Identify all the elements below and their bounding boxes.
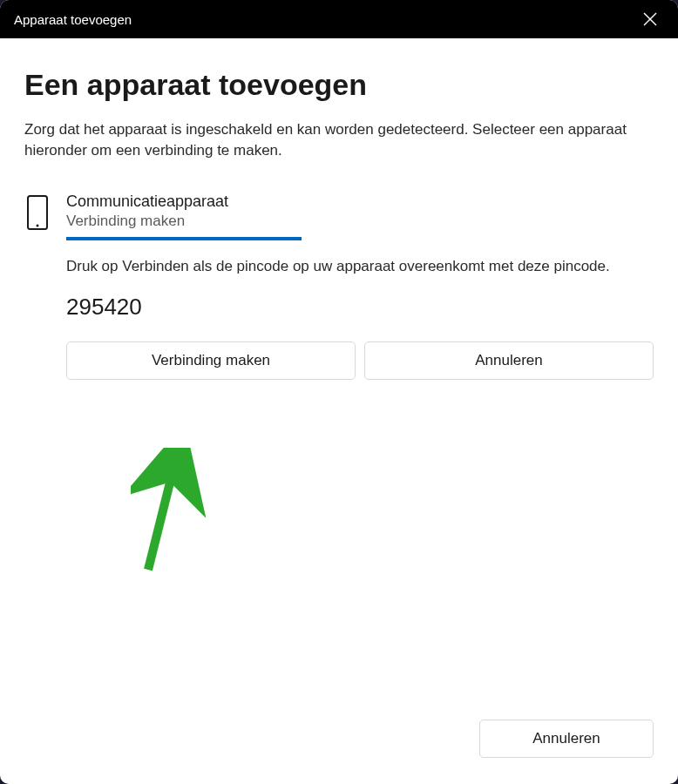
- annotation-arrow-icon: [131, 448, 209, 578]
- footer-cancel-button[interactable]: Annuleren: [479, 720, 654, 758]
- device-status: Verbinding maken: [66, 213, 654, 230]
- page-subtext: Zorg dat het apparaat is ingeschakeld en…: [24, 119, 654, 161]
- svg-rect-2: [28, 196, 47, 229]
- pin-instruction: Druk op Verbinden als de pincode op uw a…: [66, 256, 654, 277]
- device-name: Communicatieapparaat: [66, 193, 654, 211]
- svg-line-4: [148, 465, 174, 570]
- device-row[interactable]: Communicatieapparaat Verbinding maken Dr…: [24, 193, 654, 389]
- phone-icon: [24, 194, 51, 231]
- close-icon: [643, 12, 657, 26]
- close-button[interactable]: [638, 7, 662, 31]
- device-body: Communicatieapparaat Verbinding maken Dr…: [66, 193, 654, 389]
- device-cancel-button[interactable]: Annuleren: [364, 341, 654, 380]
- dialog-content: Een apparaat toevoegen Zorg dat het appa…: [0, 38, 678, 720]
- titlebar: Apparaat toevoegen: [0, 0, 678, 38]
- page-title: Een apparaat toevoegen: [24, 68, 654, 102]
- add-device-dialog: Apparaat toevoegen Een apparaat toevoege…: [0, 0, 678, 784]
- svg-point-3: [37, 224, 39, 226]
- device-action-row: Verbinding maken Annuleren: [66, 341, 654, 380]
- connect-button[interactable]: Verbinding maken: [66, 341, 356, 380]
- progress-bar: [66, 237, 302, 240]
- dialog-footer: Annuleren: [0, 720, 678, 784]
- pincode: 295420: [66, 294, 654, 321]
- titlebar-title: Apparaat toevoegen: [14, 12, 132, 27]
- progress-fill: [66, 237, 302, 240]
